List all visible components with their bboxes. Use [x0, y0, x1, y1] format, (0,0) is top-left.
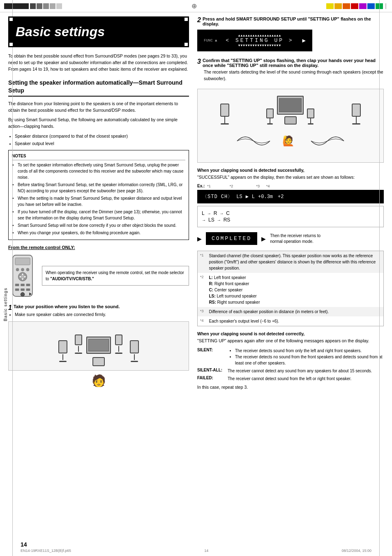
note-item-5: Smart Surround Setup will not be done co…: [18, 222, 185, 228]
level-segment: +2: [278, 194, 284, 200]
spk-fr-body: [307, 108, 314, 118]
result-arrow: ▶: [246, 194, 249, 200]
fn2-l: L:: [209, 275, 213, 280]
top-bar-left-decor: [4, 3, 62, 9]
svg-point-4: [26, 268, 30, 272]
not-detected-title: When your clapping sound is not detected…: [197, 331, 384, 336]
spk-ls: [58, 340, 67, 362]
spk-stand-rs: [134, 354, 135, 360]
when-detected-section: When your clapping sound is detected suc…: [197, 168, 384, 327]
fn-arr-l: L: [202, 210, 205, 216]
step1-header: 1 Take your position where you listen to…: [8, 304, 189, 311]
ex-label: Ex.:: [197, 184, 205, 188]
fn-text-2: L: Left front speaker R: Right front spe…: [207, 273, 384, 307]
fn-text-1: Standard channel (the closest speaker). …: [207, 251, 384, 273]
spk-l: [75, 335, 82, 354]
step2-number: 2: [197, 16, 201, 24]
remote-caption-bold: "AUDIO/TV/VCR/STB.": [50, 277, 94, 281]
spk-body-l: [75, 335, 82, 345]
spk-rs: [130, 340, 139, 362]
spk-fr-base: [308, 123, 314, 125]
corner-decoration-bl: [9, 43, 13, 46]
spk-body-r: [115, 335, 122, 345]
center-group-diag: [266, 96, 314, 125]
ls-segment: LS: [236, 194, 242, 200]
top-stripes: [30, 3, 62, 9]
fn2-rs: RS:: [209, 300, 216, 305]
notes-box: NOTES To set the speaker information eff…: [8, 150, 189, 240]
color-stripe-purple: [359, 3, 367, 9]
section1-para1: The distance from your listening point t…: [8, 101, 189, 114]
display-arrows-top: ▲▲▲▲▲▲▲▲▲▲▲▲▲▲▲▲▲▲: [220, 34, 299, 37]
fn-arr-ls: LS: [208, 217, 214, 223]
front-speakers-row: [75, 335, 122, 354]
ex-sup4: *4: [266, 184, 270, 188]
spk-body-ls-diag: [220, 104, 229, 117]
error-silent-all: SILENT-ALL: The receiver cannot detect a…: [197, 368, 384, 374]
footnote-row-4: *4 Each speaker's output level (−6 to +6…: [198, 316, 384, 326]
spk-r: [115, 335, 122, 354]
page-title: Basic settings: [16, 25, 182, 39]
sound-waves-area: 🙋: [202, 129, 379, 153]
ex-sup1: *1: [207, 184, 211, 188]
right-arrow2: ▶: [261, 235, 266, 242]
svg-rect-14: [15, 288, 19, 291]
right-arrow-completed: ▶: [197, 235, 202, 242]
silent-msg1: The receiver detects sound from only the…: [235, 348, 384, 354]
main-content: Basic settings To obtain the best possib…: [0, 12, 392, 400]
fn-num-4: *4: [198, 316, 207, 326]
stripe4: [50, 3, 55, 9]
title-box: Basic settings: [8, 16, 189, 47]
sidebar-label: Basic settings: [3, 288, 8, 321]
err-key-silent-all: SILENT-ALL:: [197, 368, 226, 374]
corner-decoration-tl: [9, 18, 13, 21]
silent-msg2: The receiver detects no sound from the f…: [235, 354, 384, 366]
fn-arr-r: R: [214, 210, 217, 216]
step2-header: 2 Press and hold SMART SURROUND SETUP un…: [197, 16, 384, 26]
tv-box-diag: [277, 96, 304, 115]
person-area: 🧑: [8, 374, 189, 388]
step1-title: Take your position where you listen to t…: [14, 304, 120, 309]
fn-num-1: *1: [198, 251, 207, 273]
err-val-silent-all: The receiver cannot detect any sound fro…: [228, 368, 372, 374]
diagram-speakers-row: [202, 93, 379, 127]
section1-heading: Setting the speaker information automati…: [8, 79, 189, 96]
remote-section: From the remote control ONLY:: [8, 245, 189, 298]
display-content: ▲▲▲▲▲▲▲▲▲▲▲▲▲▲▲▲▲▲ < SETTING UP > ▼▼▼▼▼▼…: [220, 34, 299, 47]
color-stripe-yellow: [326, 3, 334, 9]
bullet-speaker-distance: Speaker distance (compared to that of th…: [15, 133, 189, 140]
spk-stand-ls-diag: [224, 117, 225, 123]
top-bar-center: ⊕: [62, 2, 326, 10]
tv-display: [86, 337, 111, 354]
spk-base-ls-diag: [221, 123, 229, 125]
tv-center-diag: [277, 96, 304, 125]
subwoofer-diag: [284, 116, 297, 125]
repeat-note: In this case, repeat step 3.: [197, 384, 384, 391]
compass-icon: ⊕: [191, 2, 197, 10]
note-item-2: Before starting Smart Surround Setup, se…: [18, 182, 185, 194]
svg-point-2: [16, 268, 19, 272]
file-ref: EN14-19RXE11S_12B(B)f.p65: [21, 549, 71, 553]
remote-section-title: From the remote control ONLY:: [8, 245, 189, 250]
step1-bullets: Make sure speaker cables are connected f…: [15, 311, 189, 318]
svg-rect-15: [21, 288, 25, 291]
completed-text: COMPLETED: [212, 235, 251, 242]
spk-rs-diag: [352, 104, 361, 125]
example-row: Ex.: *1 *2 *3 *4: [197, 184, 384, 188]
when-detected-title: When your clapping sound is detected suc…: [197, 168, 384, 173]
tv-screen-diag: [279, 98, 302, 112]
spk-stand-l: [78, 346, 79, 352]
section1-para2: By using Smart Surround Setup, the follo…: [8, 117, 189, 130]
page-num-center: 14: [204, 549, 208, 553]
sound-waves-svg: 🙋: [212, 129, 369, 153]
corner-decoration-tr: [184, 18, 188, 21]
fn-arr-right4: →: [217, 218, 221, 222]
completed-display: COMPLETED: [206, 232, 257, 245]
spk-fl-base: [267, 123, 273, 125]
fn-arr-rs: RS: [224, 217, 231, 223]
step3-number: 3: [197, 58, 201, 65]
footnote-row-3: *3 Difference of each speaker position i…: [198, 307, 384, 316]
err-val-silent: The receiver detects sound from only the…: [229, 348, 384, 366]
spk-fl-diag: [266, 108, 274, 125]
notes-list: To set the speaker information effective…: [18, 162, 185, 236]
